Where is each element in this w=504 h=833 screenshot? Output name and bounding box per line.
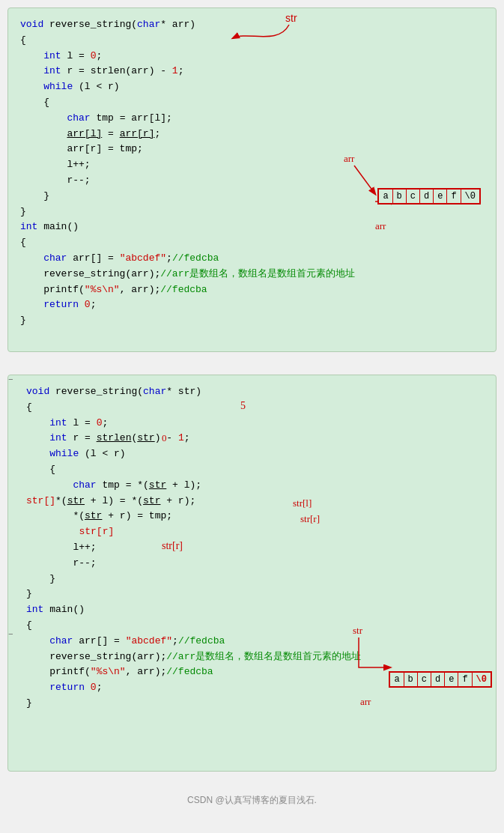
code-line: return 0; [20,297,484,313]
code-line: } [20,313,484,329]
code-line: } [26,572,484,587]
code-line: char arr[] = "abcdef";//fedcba [20,251,484,267]
code-line: arr[r] = tmp; [20,142,484,157]
code-line: void reverse_string(char* str) [26,384,484,400]
code-line: str[r] [26,524,484,540]
code-line: int r = strlen(str) - 1; [26,431,484,446]
code-line: { [20,33,484,49]
code-line: } [26,696,484,712]
code-line: reverse_string(arr);//arr是数组名，数组名是数组首元素的… [20,267,484,282]
code-line: void reverse_string(char* arr) [20,17,484,33]
code-line: r--; [26,556,484,572]
footer-text: CSDN @认真写博客的夏目浅石. [187,795,317,805]
code-line: str[]*(str + l) = *(str + r); [26,494,484,509]
code-line: while (l < r) [26,446,484,462]
code-block-1: str arr arr a b c d e f \0 void reverse_… [7,7,497,352]
code-line: int l = 0; [20,49,484,64]
code-line: while (l < r) [20,79,484,95]
code-line: arr[l] = arr[r]; [20,127,484,142]
code-block-2: 5 0 str[l] str[r] str[r] str arr − − a b… [7,375,497,772]
code-line: *(str + r) = tmp; [26,509,484,524]
code-line: } [26,587,484,602]
code-line: } [20,205,484,220]
code-content-2: void reverse_string(char* str) { int l =… [20,384,484,712]
code-line: printf("%s\n", arr);//fedcba [20,282,484,298]
code-line: l++; [20,157,484,173]
code-line: { [26,400,484,416]
code-line: l++; [26,540,484,556]
code-line: int main() [20,219,484,235]
code-line: char tmp = arr[l]; [20,111,484,127]
code-line: int l = 0; [26,416,484,431]
code-line: r--; [20,173,484,189]
code-content-1: void reverse_string(char* arr) { int l =… [20,17,484,329]
fold-indicator-1[interactable]: − [8,375,13,384]
code-line: int r = strlen(arr) - 1; [20,64,484,79]
fold-indicator-2[interactable]: − [8,630,13,639]
code-line: reverse_string(arr);//arr是数组名，数组名是数组首元素的… [26,649,484,665]
code-line: char tmp = *(str + l); [26,478,484,494]
code-line: { [20,95,484,111]
code-line: { [26,618,484,634]
code-line: int main() [26,602,484,618]
arr-box-1: a b c d e f \0 [377,188,481,205]
code-line: char arr[] = "abcdef";//fedcba [26,634,484,649]
arr-box-2: a b c d e f \0 [389,671,492,688]
code-line: { [26,462,484,478]
code-line: { [20,235,484,251]
footer: CSDN @认真写博客的夏目浅石. [7,794,497,814]
